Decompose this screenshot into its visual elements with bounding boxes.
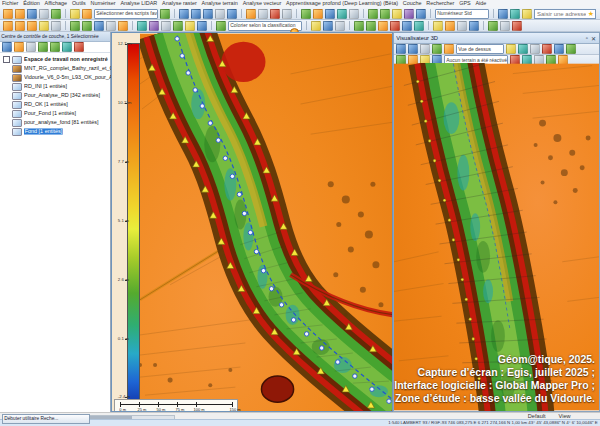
v3d-view-combo[interactable]: Vue de dessus▼ xyxy=(456,44,504,54)
favorite-star-icon[interactable]: ★ xyxy=(588,10,595,18)
terrain-cut-icon[interactable] xyxy=(390,21,400,31)
watershed-icon[interactable] xyxy=(402,21,412,31)
terrain-flatten-icon[interactable] xyxy=(366,21,376,31)
menu-analyse-vecteur[interactable]: Analyse vecteur xyxy=(243,0,282,7)
vector-layer-icon[interactable] xyxy=(12,101,22,109)
vector-layer-icon[interactable] xyxy=(12,119,22,127)
lidar-filter-icon[interactable] xyxy=(404,9,414,19)
lidar-noise-icon[interactable] xyxy=(185,21,195,31)
layer-row-pour-fond[interactable]: Pour_Fond [1 entités] xyxy=(3,109,110,118)
layer-row-pour-analyse-fond[interactable]: pour_analyse_fond [81 entités] xyxy=(3,118,110,127)
lidar-classify-building-icon[interactable] xyxy=(392,9,402,19)
snap-icon[interactable] xyxy=(94,21,104,31)
vector-layer-icon[interactable] xyxy=(12,128,22,136)
menu-couche[interactable]: Couche xyxy=(403,0,422,7)
workspace-root-row[interactable]: Espace de travail non enregistré xyxy=(3,55,110,64)
vector-layer-icon[interactable] xyxy=(12,83,22,91)
globe-night-icon[interactable] xyxy=(522,9,532,19)
save-icon[interactable] xyxy=(27,9,37,19)
record-icon[interactable] xyxy=(512,21,522,31)
v3d-info-icon[interactable] xyxy=(554,44,564,54)
layer-row-pour-analyse-rd[interactable]: Pour_Analyse_RD [342 entités] xyxy=(3,91,110,100)
select-features-icon[interactable] xyxy=(258,9,268,19)
v3d-sun-icon[interactable] xyxy=(506,44,516,54)
lidar-profile-icon[interactable] xyxy=(137,21,147,31)
view-shed-icon[interactable] xyxy=(337,9,347,19)
camera-icon[interactable] xyxy=(445,21,455,31)
screenshot-icon[interactable] xyxy=(457,21,467,31)
contour-icon[interactable] xyxy=(414,21,424,31)
v3d-zoom-in-icon[interactable] xyxy=(396,44,406,54)
raster-layer-icon[interactable] xyxy=(12,74,22,82)
address-search-box[interactable]: ★ xyxy=(534,9,596,19)
lidar-select-icon[interactable] xyxy=(161,21,171,31)
open-file-icon[interactable] xyxy=(3,9,13,19)
draw-rectangle-icon[interactable] xyxy=(39,21,49,31)
zoom-out-icon[interactable] xyxy=(191,9,201,19)
draw-point-icon[interactable] xyxy=(3,21,13,31)
globe-3d-icon[interactable] xyxy=(510,9,520,19)
export-icon[interactable] xyxy=(51,9,61,19)
menu-aide[interactable]: Aide xyxy=(475,0,486,7)
buffer-icon[interactable] xyxy=(118,21,128,31)
layer-row-vidourle[interactable]: Vidourle_V6_0-5m_L93_OK_pour_Act_remblai xyxy=(3,73,110,82)
menu-analyse-terrain[interactable]: Analyse terrain xyxy=(202,0,238,7)
draw-line-icon[interactable] xyxy=(15,21,25,31)
apply-script-icon[interactable] xyxy=(160,9,170,19)
viewer-minimize-icon[interactable]: ▫ xyxy=(586,35,588,42)
lidar-color-icon[interactable] xyxy=(197,21,207,31)
map-canvas[interactable] xyxy=(140,33,393,412)
layer-up-icon[interactable] xyxy=(38,42,48,52)
v3d-fly-icon[interactable] xyxy=(432,44,442,54)
v3d-capture-icon[interactable] xyxy=(542,44,552,54)
scripts-favorites-combo[interactable]: Sélectionner des scripts favo▼ xyxy=(94,9,158,19)
share-icon[interactable] xyxy=(469,21,479,31)
trace-icon[interactable] xyxy=(106,21,116,31)
globe-2d-icon[interactable] xyxy=(498,9,508,19)
terrain-fill-icon[interactable] xyxy=(378,21,388,31)
sun-shading-icon[interactable] xyxy=(433,21,443,31)
search-utility-tab[interactable]: Débuter utilitaire Reche... xyxy=(2,414,90,424)
zoom-full-icon[interactable] xyxy=(203,9,213,19)
layer-add-icon[interactable] xyxy=(14,42,24,52)
vector-layer-icon[interactable] xyxy=(12,110,22,118)
v3d-water-icon[interactable] xyxy=(518,44,528,54)
menu-gps[interactable]: GPS xyxy=(459,0,470,7)
vertex-edit-icon[interactable] xyxy=(70,21,80,31)
favorites-icon[interactable] xyxy=(70,9,80,19)
lidar-cross-section-icon[interactable] xyxy=(149,21,159,31)
open-workspace-icon[interactable] xyxy=(15,9,25,19)
digitizer-mode-combo[interactable]: Numériseur Std▼ xyxy=(435,9,489,19)
run-script-icon[interactable] xyxy=(82,9,92,19)
zoom-in-icon[interactable] xyxy=(179,9,189,19)
menu-affichage[interactable]: Affichage xyxy=(45,0,68,7)
menu-fichier[interactable]: Fichier xyxy=(2,0,18,7)
path-profile-icon[interactable] xyxy=(301,9,311,19)
print-icon[interactable] xyxy=(39,9,49,19)
v3d-zoom-out-icon[interactable] xyxy=(408,44,418,54)
menu-analyse-raster[interactable]: Analyse raster xyxy=(162,0,197,7)
lidar-classify-ground-icon[interactable] xyxy=(368,9,378,19)
delete-feature-icon[interactable] xyxy=(270,9,280,19)
pause-icon[interactable] xyxy=(500,21,510,31)
layer-down-icon[interactable] xyxy=(50,42,60,52)
draw-text-icon[interactable] xyxy=(51,21,61,31)
menu-analyse-lidar[interactable]: Analyse LIDAR xyxy=(120,0,157,7)
address-search-input[interactable] xyxy=(535,10,588,18)
digitizer-icon[interactable] xyxy=(246,9,256,19)
viewer-close-icon[interactable]: ✕ xyxy=(591,35,596,42)
feature-info-icon[interactable] xyxy=(325,9,335,19)
pan-icon[interactable] xyxy=(215,9,225,19)
v3d-wireframe-icon[interactable] xyxy=(530,44,540,54)
menu-outils[interactable]: Outils xyxy=(72,0,86,7)
v3d-path-icon[interactable] xyxy=(566,44,576,54)
classification-check-icon[interactable] xyxy=(216,21,226,31)
previous-view-icon[interactable] xyxy=(227,9,237,19)
layer-row-rd-ini[interactable]: RD_INI [1 entités] xyxy=(3,82,110,91)
workspace-checkbox[interactable] xyxy=(3,56,10,63)
lidar-toolbox-icon[interactable] xyxy=(416,9,426,19)
vector-layer-icon[interactable] xyxy=(12,92,22,100)
layer-metadata-icon[interactable] xyxy=(62,42,72,52)
layer-row-rd-ok[interactable]: RD_OK [1 entités] xyxy=(3,100,110,109)
play-icon[interactable] xyxy=(488,21,498,31)
